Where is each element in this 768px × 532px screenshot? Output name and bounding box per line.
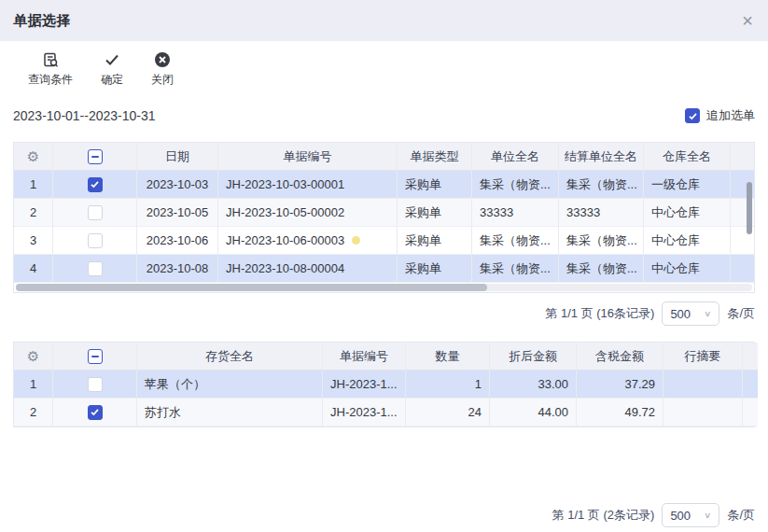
select-all-checkbox-cell[interactable] [53, 343, 137, 371]
row-index: 3 [14, 227, 53, 255]
col-header-doc-no: 单据编号 [218, 143, 398, 171]
col-header-doc-no: 单据编号 [323, 343, 406, 371]
toolbar: 查询条件 确定 关闭 [28, 50, 174, 88]
table-row[interactable]: 3 2023-10-06 JH-2023-10-06-00003 采购单 集采（… [14, 227, 754, 255]
row-index: 2 [14, 399, 53, 427]
cell-filler [743, 399, 758, 427]
attachment-dot-icon [352, 236, 360, 245]
cell-settle-unit: 集采（物资... [559, 171, 644, 199]
page-info: 第 1/1 页 (16条记录) [545, 305, 654, 322]
page-size-unit: 条/页 [727, 305, 755, 322]
col-header-warehouse: 仓库全名 [644, 143, 731, 171]
cell-summary [663, 371, 743, 399]
table-row[interactable]: 1 苹果（个） JH-2023-1... 1 33.00 37.29 [14, 371, 754, 399]
documents-table: ⚙ 日期 单据编号 单据类型 单位全名 结算单位全名 仓库全名 1 2023-1… [13, 142, 755, 293]
page-size-select[interactable]: 500 ∨ [662, 503, 719, 527]
close-button[interactable]: 关闭 [151, 50, 174, 88]
cell-date: 2023-10-08 [137, 255, 218, 283]
row-index: 1 [14, 371, 53, 399]
col-header-qty: 数量 [406, 343, 490, 371]
horizontal-scrollbar-track[interactable] [16, 284, 752, 291]
confirm-button[interactable]: 确定 [101, 50, 123, 88]
cell-item-name: 苹果（个） [137, 371, 323, 399]
chevron-down-icon: ∨ [704, 511, 711, 520]
col-header-doc-type: 单据类型 [398, 143, 472, 171]
cell-filler [743, 371, 758, 399]
cell-doc-type: 采购单 [398, 227, 472, 255]
cell-unit: 集采（物资... [472, 255, 559, 283]
cell-settle-unit: 33333 [559, 199, 644, 227]
table-row[interactable]: 1 2023-10-03 JH-2023-10-03-00001 采购单 集采（… [14, 171, 754, 199]
horizontal-scrollbar[interactable] [14, 283, 754, 292]
cell-doc-type: 采购单 [398, 171, 472, 199]
cell-tax-amount: 37.29 [577, 371, 663, 399]
query-conditions-button[interactable]: 查询条件 [28, 50, 73, 88]
select-all-checkbox[interactable] [88, 349, 103, 364]
page-size-value: 500 [670, 509, 691, 523]
close-circle-icon [154, 50, 171, 69]
documents-pagination: 第 1/1 页 (16条记录) 500 ∨ 条/页 [545, 301, 755, 327]
row-checkbox[interactable] [88, 377, 103, 392]
items-pagination: 第 1/1 页 (2条记录) 500 ∨ 条/页 [552, 502, 755, 528]
append-selection-checkbox[interactable] [685, 108, 700, 123]
cell-settle-unit: 集采（物资... [559, 255, 644, 283]
cell-doc-no: JH-2023-1... [323, 371, 406, 399]
col-header-item-name: 存货全名 [137, 343, 323, 371]
row-checkbox[interactable] [88, 177, 103, 192]
query-conditions-label: 查询条件 [28, 72, 73, 88]
col-header-summary: 行摘要 [663, 343, 743, 371]
page-size-select[interactable]: 500 ∨ [662, 301, 719, 326]
table-row[interactable]: 2 2023-10-05 JH-2023-10-05-00002 采购单 333… [14, 199, 754, 227]
column-settings-button[interactable]: ⚙ [14, 343, 53, 371]
row-checkbox-cell[interactable] [53, 227, 137, 255]
dialog-close-icon[interactable]: × [742, 11, 753, 30]
row-checkbox-cell[interactable] [53, 399, 137, 427]
column-settings-button[interactable]: ⚙ [14, 143, 53, 171]
cell-doc-no: JH-2023-10-08-00004 [218, 255, 398, 283]
row-checkbox[interactable] [88, 261, 103, 276]
cell-unit: 集采（物资... [472, 227, 559, 255]
select-all-checkbox-cell[interactable] [53, 143, 137, 171]
cell-doc-no: JH-2023-1... [323, 399, 406, 427]
row-checkbox[interactable] [88, 233, 103, 248]
cell-doc-no: JH-2023-10-05-00002 [218, 199, 398, 227]
row-checkbox-cell[interactable] [53, 255, 137, 283]
vertical-scrollbar-thumb[interactable] [747, 182, 752, 234]
cell-unit: 33333 [472, 199, 559, 227]
row-checkbox[interactable] [88, 205, 103, 220]
col-header-settle-unit: 结算单位全名 [559, 143, 644, 171]
cell-doc-type: 采购单 [398, 199, 472, 227]
page-size-value: 500 [670, 307, 691, 321]
table-row[interactable]: 4 2023-10-08 JH-2023-10-08-00004 采购单 集采（… [14, 255, 754, 283]
cell-doc-type: 采购单 [398, 255, 472, 283]
gear-icon: ⚙ [27, 149, 39, 163]
horizontal-scrollbar-thumb[interactable] [16, 284, 487, 291]
confirm-label: 确定 [101, 72, 123, 88]
col-header-unit: 单位全名 [472, 143, 559, 171]
cell-date: 2023-10-05 [137, 199, 218, 227]
cell-tax-amount: 49.72 [577, 399, 663, 427]
cell-qty: 24 [406, 399, 490, 427]
chevron-down-icon: ∨ [704, 309, 711, 318]
col-header-filler [743, 343, 758, 371]
row-checkbox-cell[interactable] [53, 371, 137, 399]
row-index: 2 [14, 199, 53, 227]
append-selection-toggle[interactable]: 追加选单 [685, 107, 755, 124]
append-selection-label: 追加选单 [706, 107, 755, 124]
table-row[interactable]: 2 苏打水 JH-2023-1... 24 44.00 49.72 [14, 399, 754, 427]
filter-row: 2023-10-01--2023-10-31 追加选单 [13, 105, 755, 126]
cell-warehouse: 中心仓库 [644, 199, 731, 227]
cell-doc-no-text: JH-2023-10-06-00003 [226, 233, 344, 247]
cell-warehouse: 中心仓库 [644, 227, 731, 255]
cell-settle-unit: 集采（物资... [559, 227, 644, 255]
dialog-title: 单据选择 [13, 12, 71, 30]
select-all-checkbox[interactable] [88, 149, 103, 164]
query-conditions-icon [42, 50, 60, 69]
documents-table-header: ⚙ 日期 单据编号 单据类型 单位全名 结算单位全名 仓库全名 [14, 143, 754, 171]
row-checkbox-cell[interactable] [53, 171, 137, 199]
row-checkbox[interactable] [88, 405, 103, 420]
cell-amount: 44.00 [490, 399, 577, 427]
row-index: 1 [14, 171, 53, 199]
dialog-titlebar: 单据选择 × [0, 0, 768, 41]
row-checkbox-cell[interactable] [53, 199, 137, 227]
